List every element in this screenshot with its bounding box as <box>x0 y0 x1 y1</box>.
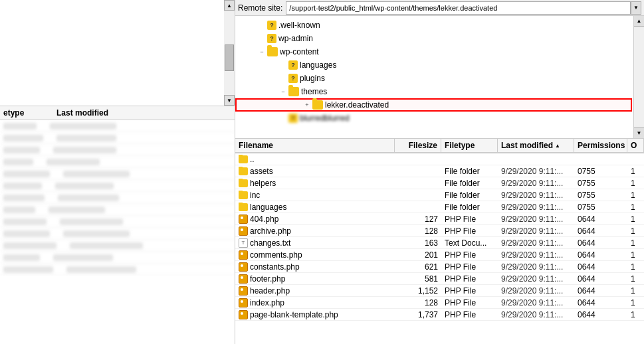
tree-item-wp-content[interactable]: − wp-content <box>235 45 632 58</box>
file-type: PHP File <box>441 215 498 224</box>
table-row[interactable]: languages File folder 9/29/2020 9:11:...… <box>235 201 644 213</box>
file-name: archive.php <box>235 226 395 236</box>
tree-label-themes: themes <box>301 87 327 96</box>
tree-scroll-up[interactable]: ▲ <box>634 16 644 27</box>
tree-item-plugins[interactable]: ? plugins <box>235 72 632 85</box>
col-header-lastmod[interactable]: Last modified ▲ <box>498 139 574 152</box>
file-lastmod: 9/29/2020 9:11:... <box>498 310 574 319</box>
file-perms: 0755 <box>574 191 627 200</box>
file-name: T changes.txt <box>235 238 395 248</box>
tree-item-languages[interactable]: ? languages <box>235 58 632 72</box>
file-perms: 0644 <box>574 226 627 236</box>
remote-site-dropdown[interactable]: ▼ <box>631 1 641 15</box>
remote-tree: ? .well-known ? wp-admin − w <box>235 16 644 139</box>
tree-scrollbar: ▲ ▼ <box>633 16 644 138</box>
left-scroll-up[interactable]: ▲ <box>224 0 235 11</box>
col-header-permissions[interactable]: Permissions <box>574 139 627 152</box>
file-size: 127 <box>395 215 441 224</box>
table-row[interactable]: T changes.txt 163 Text Docu... 9/29/2020… <box>235 237 644 249</box>
folder-icon <box>239 167 248 175</box>
expander-lekker[interactable]: + <box>302 100 312 110</box>
table-row[interactable]: inc File folder 9/29/2020 9:11:... 0755 … <box>235 189 644 201</box>
file-name: footer.php <box>235 274 395 284</box>
file-lastmod: 9/29/2020 9:11:... <box>498 274 574 284</box>
php-icon <box>239 262 248 272</box>
tree-item-lekker-deactivated[interactable]: + lekker.deactivated <box>235 98 632 112</box>
left-col-etype[interactable]: etype <box>3 108 56 118</box>
table-row[interactable]: helpers File folder 9/29/2020 9:11:... 0… <box>235 177 644 189</box>
table-row[interactable]: 404.php 127 PHP File 9/29/2020 9:11:... … <box>235 213 644 225</box>
table-row[interactable]: footer.php 581 PHP File 9/29/2020 9:11:.… <box>235 273 644 285</box>
list-item <box>0 132 235 144</box>
table-row[interactable]: header.php 1,152 PHP File 9/29/2020 9:11… <box>235 285 644 297</box>
expander-themes[interactable]: − <box>278 86 288 97</box>
file-o: 1 <box>627 191 644 200</box>
tree-label-blurred: blurredblurred <box>300 114 350 123</box>
main-container: ▲ ▼ etype Last modified <box>0 0 644 344</box>
php-icon <box>239 286 248 296</box>
right-panel: Remote site: ▼ ? .well-known <box>235 0 644 344</box>
file-perms: 0644 <box>574 274 627 284</box>
file-lastmod: 9/29/2020 9:11:... <box>498 250 574 260</box>
file-o: 1 <box>627 203 644 212</box>
remote-site-bar: Remote site: ▼ <box>235 0 644 16</box>
expander-languages[interactable] <box>278 60 288 70</box>
file-perms: 0755 <box>574 179 627 188</box>
file-perms: 0644 <box>574 286 627 296</box>
table-row[interactable]: .. <box>235 153 644 165</box>
file-size: 1,152 <box>395 286 441 296</box>
file-name: page-blank-template.php <box>235 310 395 319</box>
file-o: 1 <box>627 179 644 188</box>
file-perms: 0755 <box>574 167 627 176</box>
table-row[interactable]: assets File folder 9/29/2020 9:11:... 07… <box>235 165 644 177</box>
file-list-header: Filename Filesize Filetype Last modified… <box>235 139 644 153</box>
expander-wp-admin[interactable] <box>257 33 267 44</box>
col-header-filetype[interactable]: Filetype <box>441 139 498 152</box>
table-row[interactable]: index.php 128 PHP File 9/29/2020 9:11:..… <box>235 297 644 309</box>
expander-well-known[interactable] <box>257 20 267 31</box>
folder-icon <box>239 203 248 211</box>
tree-scroll-track <box>634 27 644 128</box>
file-size: 1,737 <box>395 310 441 319</box>
file-size: 581 <box>395 274 441 284</box>
file-o: 1 <box>627 310 644 319</box>
table-row[interactable]: comments.php 201 PHP File 9/29/2020 9:11… <box>235 249 644 261</box>
file-lastmod: 9/29/2020 9:11:... <box>498 226 574 236</box>
file-name: comments.php <box>235 250 395 260</box>
col-header-filesize[interactable]: Filesize <box>395 139 441 152</box>
table-row[interactable]: constants.php 621 PHP File 9/29/2020 9:1… <box>235 261 644 273</box>
file-lastmod: 9/29/2020 9:11:... <box>498 167 574 176</box>
tree-item-wp-admin[interactable]: ? wp-admin <box>235 32 632 45</box>
php-icon <box>239 274 248 284</box>
question-icon-plugins: ? <box>288 74 298 83</box>
list-item <box>0 120 235 132</box>
file-perms: 0755 <box>574 203 627 212</box>
question-icon-blurred: ? <box>288 114 298 123</box>
table-row[interactable]: archive.php 128 PHP File 9/29/2020 9:11:… <box>235 225 644 237</box>
remote-site-input[interactable] <box>286 1 631 15</box>
file-name: helpers <box>235 179 395 188</box>
file-type: File folder <box>441 191 498 200</box>
expander-plugins[interactable] <box>278 73 288 84</box>
tree-scroll-down[interactable]: ▼ <box>634 128 644 138</box>
file-type: PHP File <box>441 298 498 307</box>
col-header-filename[interactable]: Filename <box>235 139 395 152</box>
tree-label-plugins: plugins <box>300 74 325 83</box>
question-icon-well-known: ? <box>267 21 276 30</box>
left-file-rows <box>0 120 235 276</box>
list-item <box>0 216 235 228</box>
list-item <box>0 144 235 156</box>
col-header-o[interactable]: O <box>627 139 644 152</box>
left-panel-tree: ▲ ▼ <box>0 0 235 106</box>
table-row[interactable]: page-blank-template.php 1,737 PHP File 9… <box>235 309 644 321</box>
left-col-lastmod[interactable]: Last modified <box>56 108 231 118</box>
expander-wp-content[interactable]: − <box>257 46 267 57</box>
tree-item-themes[interactable]: − themes <box>235 85 632 98</box>
tree-item-well-known[interactable]: ? .well-known <box>235 19 632 32</box>
file-lastmod: 9/29/2020 9:11:... <box>498 215 574 224</box>
left-scroll-down[interactable]: ▼ <box>224 95 235 106</box>
file-perms: 0644 <box>574 238 627 248</box>
file-name: constants.php <box>235 262 395 272</box>
left-scroll-thumb[interactable] <box>225 44 234 71</box>
file-lastmod: 9/29/2020 9:11:... <box>498 179 574 188</box>
